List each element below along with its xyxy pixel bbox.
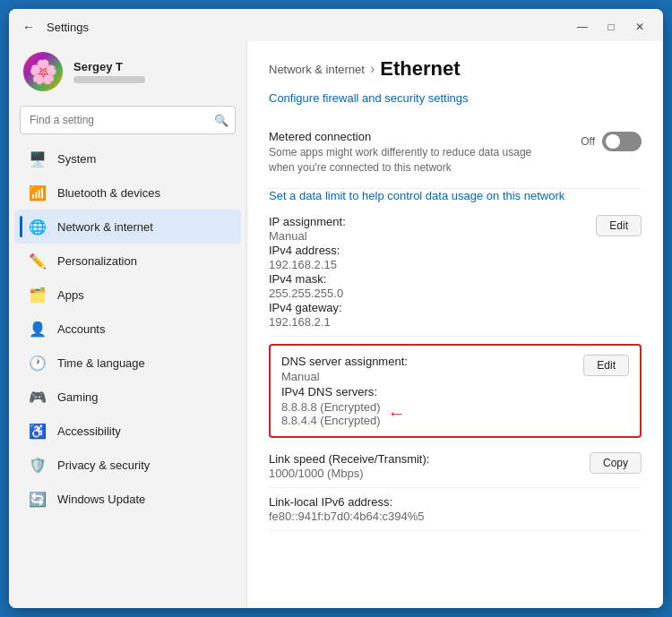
sidebar: 🌸 Sergey T 🔍 🖥️ System 📶 Bluetooth (9, 41, 246, 608)
dns-inner: DNS server assignment: Manual IPv4 DNS s… (281, 355, 629, 427)
sidebar-item-label: Personalization (57, 254, 137, 268)
system-icon: 🖥️ (29, 150, 47, 167)
accounts-icon: 👤 (29, 320, 47, 338)
bluetooth-icon: 📶 (29, 184, 47, 201)
time-icon: 🕐 (29, 354, 47, 372)
dns-highlight-section: DNS server assignment: Manual IPv4 DNS s… (269, 344, 642, 438)
sidebar-item-network[interactable]: 🌐 Network & internet (14, 210, 241, 244)
avatar-icon: 🌸 (29, 58, 57, 86)
sidebar-item-label: Accessibility (57, 424, 121, 438)
user-name: Sergey T (73, 60, 145, 73)
toggle-label: Off (581, 135, 595, 148)
metered-toggle-wrap: Off (581, 130, 642, 151)
sidebar-item-gaming[interactable]: 🎮 Gaming (14, 380, 241, 414)
sidebar-item-label: Apps (57, 288, 84, 302)
link-speed-info: Link speed (Receive/Transmit): 1000/1000… (269, 452, 429, 480)
ipv4-mask-value: 255.255.255.0 (269, 287, 346, 300)
dns-server-2: 8.8.4.4 (Encrypted) (281, 414, 381, 427)
dns-servers-label: IPv4 DNS servers: (281, 385, 408, 398)
link-speed-label: Link speed (Receive/Transmit): (269, 452, 429, 466)
maximize-button[interactable]: □ (599, 18, 624, 36)
content-area: 🌸 Sergey T 🔍 🖥️ System 📶 Bluetooth (9, 41, 663, 608)
personalization-icon: ✏️ (29, 252, 47, 270)
sidebar-item-time[interactable]: 🕐 Time & language (14, 346, 241, 380)
breadcrumb-parent: Network & internet (269, 63, 365, 76)
avatar[interactable]: 🌸 (23, 52, 63, 91)
nav-items: 🖥️ System 📶 Bluetooth & devices 🌐 Networ… (9, 141, 246, 516)
sidebar-item-privacy[interactable]: 🛡️ Privacy & security (14, 448, 241, 482)
main-content: Network & internet › Ethernet Configure … (246, 41, 663, 608)
dns-assignment-value: Manual (281, 370, 408, 383)
window-title: Settings (47, 21, 89, 34)
link-speed-value: 1000/1000 (Mbps) (269, 467, 429, 480)
dns-assignment-label: DNS server assignment: (281, 355, 408, 368)
sidebar-item-label: Bluetooth & devices (57, 186, 160, 200)
minimize-button[interactable]: — (570, 18, 595, 36)
metered-label: Metered connection (269, 130, 581, 143)
update-icon: 🔄 (29, 490, 47, 508)
apps-icon: 🗂️ (29, 286, 47, 304)
close-button[interactable]: ✕ (627, 18, 652, 36)
privacy-icon: 🛡️ (29, 456, 47, 474)
sidebar-item-label: Privacy & security (57, 458, 150, 472)
ipv4-gateway-label: IPv4 gateway: (269, 301, 346, 314)
network-icon: 🌐 (29, 218, 47, 236)
metered-info: Metered connection Some apps might work … (269, 130, 581, 176)
ipv4-address-label: IPv4 address: (269, 244, 346, 257)
metered-connection-row: Metered connection Some apps might work … (269, 117, 642, 189)
sidebar-item-apps[interactable]: 🗂️ Apps (14, 278, 241, 312)
ipv6-link-local-row: Link-local IPv6 address: fe80::941f:b7d0… (269, 488, 642, 531)
ip-assignment-value: Manual (269, 229, 346, 243)
page-body: Configure firewall and security settings… (247, 91, 663, 608)
metered-desc: Some apps might work differently to redu… (269, 145, 538, 176)
dns-info: DNS server assignment: Manual IPv4 DNS s… (281, 355, 408, 427)
sidebar-item-label: System (57, 152, 96, 166)
sidebar-item-system[interactable]: 🖥️ System (14, 141, 241, 176)
titlebar: ← Settings — □ ✕ (9, 9, 663, 41)
ip-assignment-info: IP assignment: Manual IPv4 address: 192.… (269, 215, 346, 329)
titlebar-left: ← Settings (20, 18, 89, 36)
user-email (73, 76, 145, 83)
ipv4-mask-label: IPv4 mask: (269, 272, 346, 286)
dns-edit-button[interactable]: Edit (583, 355, 629, 376)
ip-assignment-label: IP assignment: (269, 215, 346, 228)
ip-edit-button[interactable]: Edit (596, 215, 642, 236)
ipv6-label: Link-local IPv6 address: (269, 495, 424, 509)
ip-assignment-row: IP assignment: Manual IPv4 address: 192.… (269, 208, 642, 337)
breadcrumb-separator: › (370, 61, 375, 77)
ipv6-info: Link-local IPv6 address: fe80::941f:b7d0… (269, 495, 424, 523)
sidebar-item-label: Network & internet (57, 220, 153, 234)
sidebar-item-personalization[interactable]: ✏️ Personalization (14, 244, 241, 278)
dns-server-list: 8.8.8.8 (Encrypted) 8.8.4.4 (Encrypted) (281, 400, 381, 427)
breadcrumb: Network & internet › Ethernet (269, 57, 642, 81)
dns-servers-row: 8.8.8.8 (Encrypted) 8.8.4.4 (Encrypted) … (281, 400, 408, 427)
sidebar-item-update[interactable]: 🔄 Windows Update (14, 482, 241, 516)
ipv4-address-value: 192.168.2.15 (269, 258, 346, 271)
ipv6-value: fe80::941f:b7d0:4b64:c394%5 (269, 510, 424, 523)
sidebar-item-accounts[interactable]: 👤 Accounts (14, 312, 241, 346)
link-speed-row: Link speed (Receive/Transmit): 1000/1000… (269, 445, 642, 488)
dns-server-1: 8.8.8.8 (Encrypted) (281, 400, 381, 414)
sidebar-item-bluetooth[interactable]: 📶 Bluetooth & devices (14, 176, 241, 210)
gaming-icon: 🎮 (29, 388, 47, 406)
sidebar-item-label: Time & language (57, 356, 145, 370)
sidebar-item-accessibility[interactable]: ♿ Accessibility (14, 414, 241, 448)
titlebar-controls: — □ ✕ (570, 18, 652, 36)
data-limit-link[interactable]: Set a data limit to help control data us… (269, 189, 642, 202)
accessibility-icon: ♿ (29, 422, 47, 440)
search-input[interactable] (20, 106, 236, 134)
user-info: Sergey T (73, 60, 145, 83)
sidebar-item-label: Gaming (57, 390, 99, 404)
page-header: Network & internet › Ethernet (247, 41, 663, 91)
copy-button[interactable]: Copy (590, 452, 642, 474)
ipv4-gateway-value: 192.168.2.1 (269, 315, 346, 329)
search-box: 🔍 (20, 106, 236, 134)
metered-toggle[interactable] (602, 132, 642, 151)
sidebar-item-label: Windows Update (57, 493, 145, 506)
back-button[interactable]: ← (20, 18, 38, 36)
settings-window: ← Settings — □ ✕ 🌸 Sergey T 🔍 (9, 9, 663, 608)
sidebar-item-label: Accounts (57, 322, 105, 336)
firewall-link[interactable]: Configure firewall and security settings (269, 91, 642, 105)
page-title: Ethernet (380, 57, 460, 81)
red-arrow-icon: ← (388, 403, 406, 424)
